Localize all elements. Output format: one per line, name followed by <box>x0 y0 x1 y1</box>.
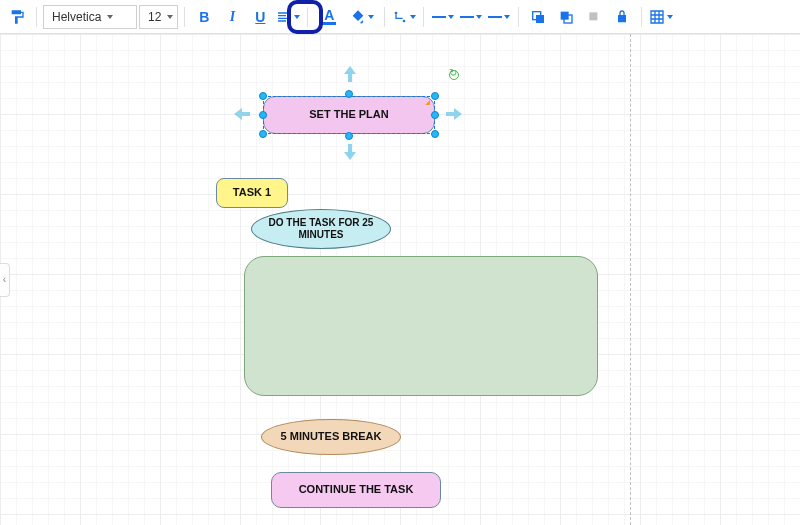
page-boundary <box>630 34 631 525</box>
text-align-button[interactable] <box>275 4 301 30</box>
underline-button[interactable]: U <box>247 4 273 30</box>
to-front-button[interactable] <box>525 4 551 30</box>
separator <box>384 7 385 27</box>
line-style-button[interactable] <box>430 4 456 30</box>
lock-button[interactable] <box>609 4 635 30</box>
svg-rect-3 <box>536 15 544 23</box>
separator <box>518 7 519 27</box>
to-back-button[interactable] <box>553 4 579 30</box>
table-button[interactable] <box>648 4 674 30</box>
shape-break-label: 5 MINUTES BREAK <box>281 430 382 443</box>
shape-task1-label: TASK 1 <box>233 186 271 199</box>
font-family-select[interactable]: Helvetica <box>43 5 137 29</box>
shape-break[interactable]: 5 MINUTES BREAK <box>261 419 401 455</box>
fill-color-button[interactable] <box>346 4 378 30</box>
shape-do-task[interactable]: DO THE TASK FOR 25 MINUTES <box>251 209 391 249</box>
chevron-down-icon <box>294 15 300 19</box>
line-end-button[interactable] <box>486 4 512 30</box>
separator <box>307 7 308 27</box>
connection-waypoints-button[interactable] <box>391 4 417 30</box>
bold-button[interactable]: B <box>191 4 217 30</box>
shadow-button <box>581 4 607 30</box>
separator <box>423 7 424 27</box>
separator <box>641 7 642 27</box>
italic-button[interactable]: I <box>219 4 245 30</box>
chevron-down-icon <box>410 15 416 19</box>
line-icon <box>432 16 446 18</box>
shape-continue[interactable]: CONTINUE THE TASK <box>271 472 441 508</box>
svg-rect-5 <box>561 11 569 19</box>
shape-big-blank[interactable] <box>244 256 598 396</box>
shape-do-task-label: DO THE TASK FOR 25 MINUTES <box>252 217 390 241</box>
font-family-value: Helvetica <box>52 10 101 24</box>
font-size-select[interactable]: 12 <box>139 5 178 29</box>
format-painter-button[interactable] <box>4 4 30 30</box>
svg-rect-6 <box>590 12 598 20</box>
diagram-canvas[interactable]: ‹ SET THE PLAN TASK 1 DO THE TASK FOR 25… <box>0 34 800 525</box>
chevron-down-icon <box>107 15 113 19</box>
shape-task1[interactable]: TASK 1 <box>216 178 288 208</box>
svg-point-0 <box>395 11 398 14</box>
separator <box>184 7 185 27</box>
chevron-down-icon <box>476 15 482 19</box>
separator <box>36 7 37 27</box>
chevron-down-icon <box>368 15 374 19</box>
svg-point-1 <box>403 19 406 22</box>
font-color-swatch <box>322 22 336 25</box>
chevron-down-icon <box>504 15 510 19</box>
chevron-down-icon <box>667 15 673 19</box>
shape-set-plan-label: SET THE PLAN <box>309 108 388 121</box>
line-start-button[interactable] <box>458 4 484 30</box>
shape-set-plan[interactable]: SET THE PLAN <box>263 96 435 134</box>
comment-marker-icon <box>425 100 430 105</box>
line-icon <box>488 16 502 18</box>
shape-continue-label: CONTINUE THE TASK <box>299 483 414 496</box>
sidebar-collapse-toggle[interactable]: ‹ <box>0 263 10 297</box>
chevron-down-icon <box>167 15 173 19</box>
format-toolbar: Helvetica 12 B I U A <box>0 0 800 34</box>
font-color-button[interactable]: A <box>314 4 344 30</box>
font-size-value: 12 <box>148 10 161 24</box>
chevron-down-icon <box>448 15 454 19</box>
line-icon <box>460 16 474 18</box>
